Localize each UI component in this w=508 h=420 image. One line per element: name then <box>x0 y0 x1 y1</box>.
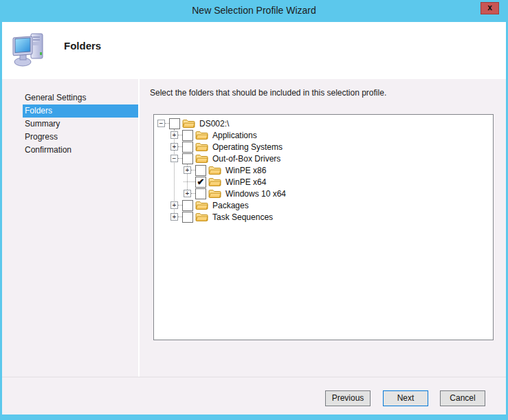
expand-icon[interactable]: + <box>184 190 191 197</box>
checkbox-ds002[interactable] <box>169 118 180 129</box>
tree-label[interactable]: Out-of-Box Drivers <box>211 154 282 164</box>
checkmark-icon: ✔ <box>197 177 205 186</box>
checkbox-operating-systems[interactable] <box>182 142 193 153</box>
titlebar: New Selection Profile Wizard x <box>0 0 508 22</box>
tree-row-packages: + Packages <box>154 199 493 211</box>
tree-row-task-sequences: + Task Sequences <box>154 211 493 223</box>
tree-row-ds002: − DS002:\ <box>154 118 493 129</box>
checkbox-task-sequences[interactable] <box>182 212 193 223</box>
tree-label[interactable]: WinPE x86 <box>224 166 267 175</box>
tree-label[interactable]: Operating Systems <box>211 142 284 152</box>
wizard-header: Folders <box>2 22 506 79</box>
tree-label[interactable]: WinPE x64 <box>224 177 267 187</box>
folder-icon <box>195 212 208 222</box>
expand-icon[interactable]: + <box>170 213 178 221</box>
tree-row-winpe-x64: ✔ WinPE x64 <box>154 176 493 188</box>
folder-icon <box>195 130 208 140</box>
tree-row-operating-systems: + Operating Systems <box>154 141 493 153</box>
instruction-text: Select the folders that should be includ… <box>150 88 386 98</box>
folder-icon <box>182 118 195 129</box>
main-panel: Select the folders that should be includ… <box>141 79 506 377</box>
tree-row-applications: + Applications <box>154 129 493 141</box>
folder-icon <box>208 165 221 175</box>
expand-icon[interactable]: + <box>170 201 178 209</box>
tree-label[interactable]: Applications <box>211 131 258 140</box>
collapse-icon[interactable]: − <box>170 155 178 162</box>
sidebar-item-folders[interactable]: Folders <box>23 104 138 118</box>
close-icon: x <box>487 3 492 12</box>
tree-label[interactable]: DS002:\ <box>198 119 230 129</box>
folder-icon <box>195 142 208 152</box>
sidebar-item-progress[interactable]: Progress <box>23 131 138 144</box>
page-title: Folders <box>64 40 101 52</box>
collapse-icon[interactable]: − <box>157 120 165 127</box>
sidebar-item-general-settings[interactable]: General Settings <box>23 91 138 104</box>
folder-icon <box>195 153 208 164</box>
tree-label[interactable]: Task Sequences <box>211 212 274 222</box>
footer-bar: Previous Next Cancel <box>2 377 506 415</box>
previous-button[interactable]: Previous <box>325 390 371 406</box>
tree-connector <box>184 181 195 182</box>
cancel-button[interactable]: Cancel <box>440 390 485 406</box>
sidebar-item-summary[interactable]: Summary <box>23 118 138 131</box>
content-area: General Settings Folders Summary Progres… <box>2 79 506 377</box>
expand-icon[interactable]: + <box>184 166 191 174</box>
wizard-steps-sidebar: General Settings Folders Summary Progres… <box>2 79 140 377</box>
tree-row-out-of-box-drivers: − Out-of-Box Drivers <box>154 153 493 164</box>
folder-icon <box>208 177 221 187</box>
expand-icon[interactable]: + <box>170 143 178 151</box>
checkbox-winpe-x64[interactable]: ✔ <box>195 177 206 188</box>
tree-label[interactable]: Packages <box>211 201 250 210</box>
sidebar-item-confirmation[interactable]: Confirmation <box>23 144 138 157</box>
checkbox-applications[interactable] <box>182 130 193 141</box>
wizard-window: New Selection Profile Wizard x <box>0 0 508 420</box>
expand-icon[interactable]: + <box>170 131 178 139</box>
computer-icon <box>11 30 49 71</box>
checkbox-windows-10-x64[interactable] <box>195 188 206 199</box>
folder-icon <box>208 188 221 199</box>
checkbox-winpe-x86[interactable] <box>195 165 206 176</box>
window-title: New Selection Profile Wizard <box>0 0 508 21</box>
tree-row-winpe-x86: + WinPE x86 <box>154 164 493 176</box>
dialog-body: Folders General Settings Folders Summary… <box>2 22 506 415</box>
folder-tree: − DS002:\ + Applications <box>153 114 494 340</box>
tree-row-windows-10-x64: + Windows 10 x64 <box>154 188 493 199</box>
folder-icon <box>195 200 208 210</box>
next-button[interactable]: Next <box>383 390 428 406</box>
checkbox-packages[interactable] <box>182 200 193 211</box>
tree-label[interactable]: Windows 10 x64 <box>224 189 287 199</box>
checkbox-out-of-box-drivers[interactable] <box>182 153 193 164</box>
close-button[interactable]: x <box>481 2 499 14</box>
